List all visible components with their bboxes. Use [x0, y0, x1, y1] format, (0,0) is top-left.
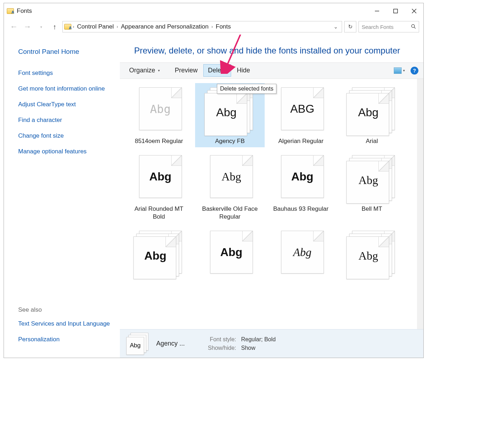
font-label: Algerian Regular [278, 137, 324, 145]
address-folder-icon: A [64, 24, 71, 30]
delete-tooltip: Delete selected fonts [217, 84, 276, 94]
sidebar-manage-optional[interactable]: Manage optional features [18, 148, 111, 155]
picture-icon [394, 67, 402, 74]
up-button[interactable]: ↑ [49, 21, 60, 32]
search-icon [411, 24, 416, 30]
scroll-down-button[interactable]: ▾ [417, 323, 423, 329]
scrollbar-thumb[interactable] [417, 87, 423, 104]
breadcrumb-fonts[interactable]: Fonts [214, 23, 233, 30]
control-panel-home-link[interactable]: Control Panel Home [18, 47, 111, 56]
font-label: Bell MT [362, 205, 382, 213]
font-thumbnail: Abg [205, 229, 255, 279]
font-item[interactable]: Abg [337, 226, 407, 283]
search-placeholder: Search Fonts [362, 24, 393, 30]
sidebar-font-settings[interactable]: Font settings [18, 69, 111, 77]
address-history-dropdown[interactable]: ⌄ [331, 24, 340, 30]
font-thumbnail: Abg [276, 153, 326, 203]
help-button[interactable]: ? [411, 67, 418, 75]
title-bar: A Fonts [4, 3, 423, 19]
svg-line-5 [414, 27, 416, 29]
scroll-up-button[interactable]: ▴ [417, 79, 423, 85]
see-also-personalization[interactable]: Personalization [18, 336, 111, 343]
details-font-style-value: Regular; Bold [236, 336, 276, 343]
minimize-button[interactable] [368, 4, 386, 18]
see-also-text-services[interactable]: Text Services and Input Language [18, 320, 111, 328]
page-title: Preview, delete, or show and hide the fo… [120, 35, 423, 62]
delete-button[interactable]: Delete [203, 64, 231, 77]
refresh-button[interactable]: ↻ [344, 21, 356, 32]
toolbar: Organize Preview Delete Hide ▾ ? [120, 62, 423, 79]
font-item[interactable]: AbgArial [337, 83, 407, 147]
font-label: 8514oem Regular [135, 137, 183, 145]
forward-button[interactable]: → [22, 21, 33, 32]
back-button[interactable]: ← [8, 21, 20, 32]
nav-bar: ← → ▾ ↑ A › Control Panel › Appearance a… [4, 19, 423, 35]
fonts-scroll-area[interactable]: ▴ ▾ Abg8514oem RegularAbgAgency FBABGAlg… [120, 79, 423, 329]
font-item[interactable]: AbgBell MT [337, 151, 407, 223]
view-options-button[interactable]: ▾ [390, 65, 409, 76]
maximize-button[interactable] [386, 4, 405, 18]
preview-button[interactable]: Preview [170, 65, 202, 76]
organize-button[interactable]: Organize [125, 65, 164, 76]
font-label: Arial Rounded MT Bold [129, 205, 189, 221]
font-label: Bauhaus 93 Regular [273, 205, 329, 213]
sidebar-more-font-info[interactable]: Get more font information online [18, 85, 111, 93]
address-bar[interactable]: A › Control Panel › Appearance and Perso… [62, 21, 342, 32]
chevron-right-icon[interactable]: › [72, 24, 75, 29]
font-label: Arial [366, 137, 378, 145]
font-thumbnail: Abg [134, 229, 184, 279]
font-thumbnail: Abg [347, 229, 397, 279]
window-title: Fonts [17, 7, 32, 15]
font-label: Baskerville Old Face Regular [200, 205, 260, 221]
font-item[interactable]: Abg [195, 226, 265, 283]
font-item[interactable]: Abg [124, 226, 194, 283]
details-thumbnail: Abg [126, 333, 151, 355]
fonts-window: A Fonts ← → ▾ ↑ A › Control Panel › Appe… [4, 3, 424, 358]
font-thumbnail: Abg [205, 153, 255, 203]
hide-button[interactable]: Hide [233, 65, 254, 76]
svg-rect-1 [394, 9, 398, 13]
font-thumbnail: Abg [134, 153, 184, 203]
svg-point-4 [412, 24, 414, 27]
font-item[interactable]: AbgArial Rounded MT Bold [124, 151, 194, 223]
details-show-hide-label: Show/hide: [197, 345, 236, 351]
breadcrumb-appearance[interactable]: Appearance and Personalization [119, 23, 210, 30]
font-thumbnail: Abg [347, 153, 397, 203]
content-area: Preview, delete, or show and hide the fo… [120, 35, 423, 358]
font-label: Agency FB [215, 137, 245, 145]
font-thumbnail: Abg [347, 85, 397, 135]
sidebar-find-character[interactable]: Find a character [18, 116, 111, 124]
details-font-name: Agency ... [156, 340, 192, 347]
recent-dropdown[interactable]: ▾ [35, 21, 47, 32]
sidebar-change-font-size[interactable]: Change font size [18, 132, 111, 140]
font-item[interactable]: Abg [266, 226, 336, 283]
details-show-hide-value: Show [236, 345, 276, 351]
close-button[interactable] [405, 4, 423, 18]
folder-fonts-icon: A [7, 8, 14, 14]
see-also-heading: See also [18, 306, 111, 313]
details-pane: Abg Agency ... Font style: Regular; Bold… [120, 329, 423, 358]
chevron-right-icon[interactable]: › [211, 24, 214, 29]
breadcrumb-control-panel[interactable]: Control Panel [76, 23, 115, 30]
font-item[interactable]: AbgBaskerville Old Face Regular [195, 151, 265, 223]
details-font-style-label: Font style: [197, 336, 236, 343]
sidebar: Control Panel Home Font settings Get mor… [4, 35, 120, 358]
search-input[interactable]: Search Fonts [358, 21, 419, 32]
font-item[interactable]: Abg8514oem Regular [124, 83, 194, 147]
sidebar-cleartype[interactable]: Adjust ClearType text [18, 101, 111, 108]
font-thumbnail: Abg [134, 85, 184, 135]
font-item[interactable]: AbgBauhaus 93 Regular [266, 151, 336, 223]
font-thumbnail: ABG [276, 85, 326, 135]
font-thumbnail: Abg [276, 229, 326, 279]
chevron-right-icon[interactable]: › [116, 24, 119, 29]
